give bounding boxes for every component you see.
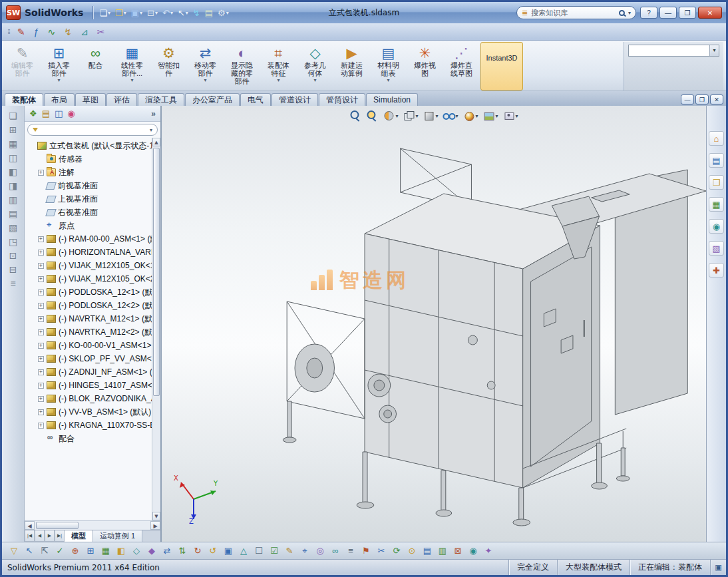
tree-item[interactable]: 上视基准面 <box>25 192 152 206</box>
tree-expander[interactable]: + <box>38 170 44 176</box>
tree-item[interactable]: + (-) NAVRTKA_M12<2> (默认) <box>25 325 152 339</box>
side-toolbar-button[interactable]: ◨ <box>9 181 17 190</box>
quick-tool-4-button[interactable]: ↯ <box>63 26 73 38</box>
bottom-toolbar-button[interactable]: ⇱ <box>38 544 51 558</box>
reference-geometry-button[interactable]: ◇ 参考几 何体 ▾ <box>297 42 333 91</box>
side-toolbar-button[interactable]: ◧ <box>9 167 17 176</box>
tree-expander[interactable]: + <box>38 250 44 256</box>
zoom-fit-button[interactable] <box>349 110 361 122</box>
insert-components-button[interactable]: ⊞ 插入零 部件 ▾ <box>41 42 77 91</box>
quick-tool-3-button[interactable]: ∿ <box>47 26 57 38</box>
scroll-left-icon[interactable]: ◀ <box>25 521 35 530</box>
featuremanager-tab[interactable]: ❖ <box>29 109 37 118</box>
tab-evaluate[interactable]: 评估 <box>106 93 137 106</box>
bottom-toolbar-button[interactable]: ✎ <box>283 544 296 558</box>
tree-filter-input[interactable]: ▾ <box>27 124 158 136</box>
tree-expander[interactable]: + <box>38 343 44 349</box>
displaymanager-tab[interactable]: ◉ <box>67 109 75 118</box>
bottom-toolbar-button[interactable]: ✓ <box>53 544 67 558</box>
model-tab[interactable]: 模型 <box>65 530 93 542</box>
bottom-toolbar-button[interactable]: ⊠ <box>451 544 464 558</box>
tree-expander[interactable]: + <box>38 423 44 429</box>
custom-properties-button[interactable]: ▧ <box>709 241 724 256</box>
tree-item[interactable]: 原点 <box>25 219 152 232</box>
tree-expander[interactable]: + <box>38 289 44 295</box>
tree-item[interactable]: + (-) KO-00-00-V1_ASM<1> <box>25 339 152 352</box>
tab-sketch[interactable]: 草图 <box>75 93 106 106</box>
view-orientation-button[interactable]: ▾ <box>403 110 418 122</box>
side-toolbar-button[interactable]: ▧ <box>9 223 17 232</box>
scroll-up-icon[interactable]: ▲ <box>152 138 160 146</box>
side-toolbar-button[interactable]: ▤ <box>9 209 17 218</box>
bottom-toolbar-button[interactable]: ↺ <box>206 544 220 558</box>
bottom-toolbar-button[interactable]: ⇄ <box>160 544 174 558</box>
tree-item[interactable]: + (-) PODLOSKA_12<1> (默认 <box>25 286 152 299</box>
tree-expander[interactable]: + <box>38 263 44 269</box>
doc-restore-button[interactable]: ❐ <box>695 95 709 104</box>
linear-component-pattern-button[interactable]: ▦ 线性零 部件... ▾ <box>114 42 150 91</box>
tree-item[interactable]: 立式包装机 (默认<显示状态-1> <box>25 139 152 152</box>
tab-electrical[interactable]: 电气 <box>240 93 271 106</box>
bottom-toolbar-button[interactable]: ◇ <box>130 544 143 558</box>
edit-appearance-button[interactable]: ▾ <box>463 110 478 122</box>
doc-close-button[interactable]: ✕ <box>710 95 723 104</box>
motion-study-tab[interactable]: 运动算例 1 <box>93 530 142 542</box>
tree-expander[interactable]: + <box>38 356 44 362</box>
tree-expander[interactable]: + <box>38 236 44 242</box>
tab-office-products[interactable]: 办公室产品 <box>185 93 240 106</box>
bottom-toolbar-button[interactable]: ⊞ <box>84 544 97 558</box>
bottom-toolbar-button[interactable]: ◉ <box>466 544 480 558</box>
side-toolbar-button[interactable]: ≡ <box>10 279 15 288</box>
tree-item[interactable]: 传感器 <box>25 152 152 166</box>
bottom-toolbar-button[interactable]: ↻ <box>191 544 204 558</box>
scroll-right-icon[interactable]: ▶ <box>150 521 160 530</box>
tree-item[interactable]: + (-) VIJAK_M12X105_OK<2> <box>25 272 152 286</box>
side-toolbar-button[interactable]: ⊞ <box>9 125 17 134</box>
prev-tab-button[interactable]: ◀ <box>35 530 45 542</box>
file-explorer-button[interactable]: ❒ <box>709 175 724 190</box>
bottom-toolbar-button[interactable]: ✦ <box>482 544 495 558</box>
tab-piping[interactable]: 管道设计 <box>272 93 318 106</box>
tree-item[interactable]: + (-) NAVRTKA_M12<1> (默认 <box>25 312 152 325</box>
doc-minimize-button[interactable]: — <box>681 95 694 104</box>
bottom-toolbar-button[interactable]: ☑ <box>268 544 281 558</box>
tree-item[interactable]: + (-) HINGES_14107_ASM<1 <box>25 379 152 392</box>
options-button[interactable]: ⚙ ▾ <box>216 7 231 19</box>
quick-tool-5-button[interactable]: ⊿ <box>79 26 90 38</box>
tree-item[interactable]: + (-) ZADNJI_NF_ASM<1> (默 <box>25 365 152 379</box>
edit-component-button[interactable]: ✎ 编辑零 部件 <box>5 42 40 91</box>
tree-item[interactable]: + (-) PODLOSKA_12<2> (默认) <box>25 299 152 312</box>
tree-vertical-scrollbar[interactable]: ▲ ▼ <box>152 138 160 520</box>
tab-assembly[interactable]: 装配体 <box>5 93 43 106</box>
open-button[interactable]: ❒ ▾ <box>113 7 128 19</box>
tree-item[interactable]: + 注解 <box>25 166 152 179</box>
bottom-toolbar-button[interactable]: ∞ <box>329 544 342 558</box>
view-palette-button[interactable]: ▦ <box>709 197 724 212</box>
tree-item[interactable]: + (-) KRAGNA_110X70-SS-BV <box>25 419 152 432</box>
hide-show-items-button[interactable]: ▾ <box>443 110 458 122</box>
scrollbar-thumb[interactable] <box>36 522 79 529</box>
tree-expander[interactable]: + <box>38 369 44 375</box>
next-tab-button[interactable]: ▶ <box>45 530 55 542</box>
tree-item[interactable]: + (-) SKLOP_PF_VV_ASM<1> <box>25 352 152 365</box>
bottom-toolbar-button[interactable]: ◧ <box>114 544 128 558</box>
tree-item[interactable]: 右视基准面 <box>25 206 152 219</box>
file-properties-button[interactable]: ▤ <box>203 7 215 19</box>
view-settings-button[interactable]: ▾ <box>503 110 518 122</box>
knowledge-search-box[interactable]: ≣ 搜索知识库 ▾ <box>516 6 636 19</box>
configuration-combo[interactable]: ▾ <box>628 45 719 57</box>
status-pane-icon[interactable]: ▣ <box>710 560 726 575</box>
bottom-toolbar-button[interactable]: ▥ <box>436 544 449 558</box>
tree-expander[interactable]: + <box>38 409 44 415</box>
exploded-view-button[interactable]: ✳ 爆炸视 图 <box>407 42 443 91</box>
panel-chevron-button[interactable]: » <box>151 109 156 118</box>
bottom-toolbar-button[interactable]: △ <box>237 544 250 558</box>
tab-render-tools[interactable]: 渲染工具 <box>138 93 184 106</box>
tree-expander[interactable]: + <box>38 276 44 282</box>
bottom-toolbar-button[interactable]: ⌖ <box>298 544 311 558</box>
tree-item[interactable]: 配合 <box>25 432 152 445</box>
bottom-toolbar-button[interactable]: ⊙ <box>405 544 419 558</box>
quick-tool-1-button[interactable]: ✎ <box>16 26 27 38</box>
quick-tool-2-button[interactable]: ƒ <box>33 26 41 38</box>
search-dropdown-arrow-icon[interactable]: ▾ <box>628 10 631 16</box>
